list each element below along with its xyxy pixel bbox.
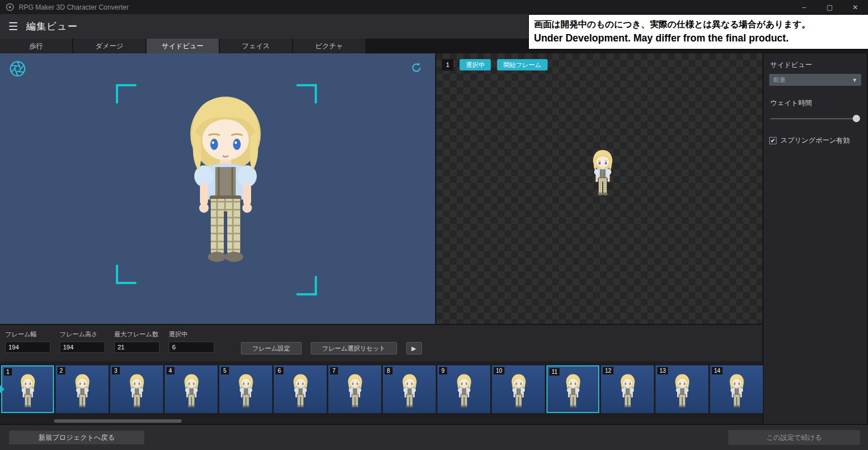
app-logo-icon	[6, 3, 14, 11]
frame-thumbnail-number: 9	[439, 367, 447, 374]
wait-time-slider[interactable]	[769, 114, 861, 123]
max-frames-group: 最大フレーム数	[114, 330, 164, 353]
frame-number-badge: 1	[442, 59, 453, 70]
page-title: 編集ビュー	[26, 20, 78, 33]
frame-thumbnail-2[interactable]: 2	[56, 365, 108, 413]
selected-count-input[interactable]	[169, 341, 214, 353]
frame-thumbnail-sprite	[69, 372, 96, 409]
frame-thumbnail-sprite	[505, 372, 532, 409]
frame-thumbnail-sprite	[123, 372, 151, 409]
tab-ダメージ[interactable]: ダメージ	[73, 39, 145, 53]
tab-歩行[interactable]: 歩行	[0, 39, 72, 53]
direction-dropdown[interactable]: 前進 ▼	[769, 74, 861, 86]
frame-thumbnail-sprite	[178, 372, 205, 409]
left-column: 1 選択中 開始フレーム フレーム幅 フレーム高さ 最大フレーム数	[0, 53, 762, 424]
app-title: RPG Maker 3D Character Converter	[19, 3, 128, 11]
spring-bone-label: スプリングボーン有効	[781, 136, 850, 145]
frame-bracket-top-left	[116, 84, 136, 103]
tab-label: フェイス	[242, 41, 270, 51]
max-frames-input[interactable]	[114, 341, 160, 353]
frame-thumbnail-sprite	[14, 372, 41, 409]
frame-thumbnail-sprite	[560, 372, 587, 409]
slider-handle[interactable]	[853, 115, 860, 122]
spring-bone-checkbox[interactable]: ✔	[769, 137, 777, 144]
titlebar: RPG Maker 3D Character Converter – ▢ ✕	[0, 0, 868, 14]
tab-ピクチャ[interactable]: ピクチャ	[293, 39, 365, 53]
frame-thumbnail-1[interactable]: 1	[1, 365, 54, 413]
frame-thumbnail-8[interactable]: 8	[383, 365, 436, 413]
wait-time-label: ウェイト時間	[770, 98, 861, 108]
play-icon: ▶	[411, 345, 416, 352]
hamburger-menu-icon[interactable]: ☰	[0, 20, 26, 33]
frame-thumbnail-number: 7	[330, 367, 338, 374]
start-frame-button[interactable]: 開始フレーム	[497, 59, 548, 70]
frame-thumbnail-number: 14	[712, 367, 723, 374]
frame-thumbnail-number: 4	[166, 367, 174, 374]
frame-thumbnail-6[interactable]: 6	[274, 365, 327, 413]
frame-thumbnail-number: 5	[221, 367, 229, 374]
frame-thumbnail-number: 8	[385, 367, 393, 374]
continue-with-settings-button[interactable]: この設定で続ける	[728, 430, 860, 445]
close-icon[interactable]: ✕	[842, 0, 868, 14]
dev-notice-japanese: 画面は開発中のものにつき、実際の仕様とは異なる場合があります。	[534, 18, 863, 32]
frame-thumbnail-10[interactable]: 10	[492, 365, 545, 413]
frame-thumbnail-7[interactable]: 7	[328, 365, 381, 413]
minimize-icon[interactable]: –	[791, 0, 817, 14]
main-content: 1 選択中 開始フレーム フレーム幅 フレーム高さ 最大フレーム数	[0, 53, 868, 424]
frame-thumbnail-sprite	[450, 372, 478, 409]
frame-config-button[interactable]: フレーム設定	[241, 342, 302, 355]
frame-bracket-bottom-left	[116, 265, 136, 284]
frame-thumbnail-5[interactable]: 5	[219, 365, 272, 413]
frame-thumbnail-sprite	[396, 372, 423, 409]
character-model-3d	[157, 86, 294, 268]
spring-bone-row: ✔ スプリングボーン有効	[769, 136, 861, 145]
sprite-output-panel[interactable]: 1 選択中 開始フレーム	[436, 53, 762, 324]
frame-thumbnail-sprite	[341, 372, 369, 409]
rotate-view-icon[interactable]	[410, 61, 423, 74]
play-button[interactable]: ▶	[406, 342, 422, 355]
frame-height-group: フレーム高さ	[60, 330, 109, 353]
frame-thumbnail-12[interactable]: 12	[601, 365, 654, 413]
frame-thumbnail-number: 13	[657, 367, 668, 374]
frame-thumbnail-14[interactable]: 14	[710, 365, 763, 413]
frame-width-label: フレーム幅	[5, 330, 55, 339]
selected-count-group: 選択中	[169, 330, 218, 353]
filmstrip-scrollbar[interactable]	[0, 418, 762, 424]
selected-button[interactable]: 選択中	[460, 59, 491, 70]
frame-bracket-bottom-right	[297, 276, 317, 295]
frame-thumbnail-13[interactable]: 13	[656, 365, 708, 413]
frame-thumbnail-sprite	[287, 372, 314, 409]
maximize-icon[interactable]: ▢	[817, 0, 842, 14]
frame-thumbnail-3[interactable]: 3	[110, 365, 163, 413]
frame-thumbnail-9[interactable]: 9	[437, 365, 490, 413]
capture-aperture-icon[interactable]	[9, 60, 26, 77]
frame-selection-reset-button[interactable]: フレーム選択リセット	[311, 342, 397, 355]
selected-count-label: 選択中	[169, 330, 218, 339]
frame-width-input[interactable]	[5, 341, 51, 353]
filmstrip-scrollbar-thumb[interactable]	[54, 419, 182, 423]
frame-thumbnail-number: 6	[276, 367, 283, 374]
preview-3d-viewport[interactable]	[0, 53, 435, 324]
tab-label: サイドビュー	[162, 41, 203, 51]
frame-settings-bar: フレーム幅 フレーム高さ 最大フレーム数 選択中 フレーム設定 フレーム選択リセ…	[0, 324, 762, 361]
character-sprite	[584, 147, 621, 197]
frame-bracket-top-right	[297, 84, 317, 103]
frame-thumbnail-11[interactable]: 11	[546, 365, 599, 413]
frame-thumbnail-sprite	[669, 372, 696, 409]
sideview-label: サイドビュー	[770, 60, 861, 70]
tab-label: ダメージ	[95, 41, 123, 51]
tab-サイドビュー[interactable]: サイドビュー	[147, 39, 219, 53]
frame-thumbnail-4[interactable]: 4	[165, 365, 218, 413]
check-icon: ✔	[770, 138, 775, 144]
back-to-new-project-button[interactable]: 新規プロジェクトへ戻る	[9, 431, 144, 444]
frame-thumbnail-number: 11	[549, 368, 560, 376]
frame-thumbnail-number: 1	[4, 368, 12, 376]
frame-width-group: フレーム幅	[5, 330, 55, 353]
sidebar: サイドビュー 前進 ▼ ウェイト時間 ✔ スプリングボーン有効	[763, 53, 867, 424]
filmstrip-wrap: 1 2 3 4 5 6 7 8	[0, 361, 762, 418]
frame-height-input[interactable]	[60, 341, 105, 353]
tab-フェイス[interactable]: フェイス	[220, 39, 292, 53]
tab-label: 歩行	[30, 41, 43, 51]
dev-notice-english: Under Development. May differ from the f…	[534, 32, 863, 45]
chevron-down-icon: ▼	[852, 77, 857, 83]
